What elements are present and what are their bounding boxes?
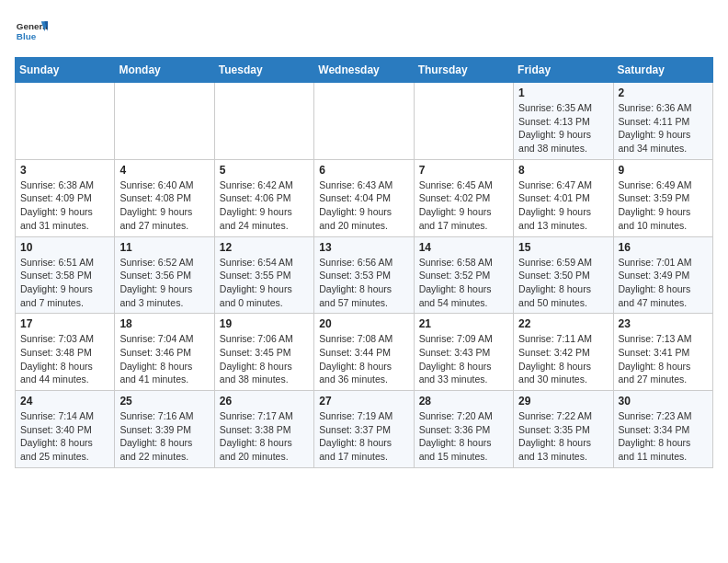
calendar-cell: 19Sunrise: 7:06 AM Sunset: 3:45 PM Dayli…: [214, 314, 313, 391]
day-number: 18: [119, 317, 209, 330]
svg-text:Blue: Blue: [17, 31, 37, 41]
day-info: Sunrise: 6:47 AM Sunset: 4:01 PM Dayligh…: [518, 178, 608, 233]
day-number: 28: [419, 395, 508, 408]
calendar-header-row: SundayMondayTuesdayWednesdayThursdayFrid…: [16, 58, 713, 83]
weekday-header: Monday: [115, 58, 214, 83]
calendar-cell: 29Sunrise: 7:22 AM Sunset: 3:35 PM Dayli…: [514, 391, 613, 468]
day-number: 29: [518, 395, 608, 408]
day-info: Sunrise: 7:11 AM Sunset: 3:42 PM Dayligh…: [518, 332, 608, 386]
day-info: Sunrise: 7:09 AM Sunset: 3:43 PM Dayligh…: [419, 332, 508, 386]
calendar-cell: [115, 83, 214, 160]
day-number: 12: [220, 241, 309, 254]
day-number: 14: [419, 241, 508, 254]
day-info: Sunrise: 7:03 AM Sunset: 3:48 PM Dayligh…: [20, 332, 109, 386]
day-number: 3: [20, 164, 109, 177]
calendar-cell: 22Sunrise: 7:11 AM Sunset: 3:42 PM Dayli…: [514, 314, 613, 391]
day-info: Sunrise: 6:59 AM Sunset: 3:50 PM Dayligh…: [518, 256, 608, 310]
day-info: Sunrise: 7:08 AM Sunset: 3:44 PM Dayligh…: [319, 332, 408, 386]
day-number: 24: [20, 395, 109, 408]
day-info: Sunrise: 7:01 AM Sunset: 3:49 PM Dayligh…: [619, 256, 708, 310]
day-info: Sunrise: 6:38 AM Sunset: 4:09 PM Dayligh…: [20, 178, 109, 233]
day-info: Sunrise: 7:23 AM Sunset: 3:34 PM Dayligh…: [619, 409, 708, 464]
day-info: Sunrise: 6:43 AM Sunset: 4:04 PM Dayligh…: [319, 178, 408, 233]
calendar-cell: 5Sunrise: 6:42 AM Sunset: 4:06 PM Daylig…: [214, 159, 313, 236]
day-number: 13: [319, 241, 408, 254]
day-info: Sunrise: 6:56 AM Sunset: 3:53 PM Dayligh…: [319, 256, 408, 310]
weekday-header: Tuesday: [214, 58, 313, 83]
day-info: Sunrise: 7:06 AM Sunset: 3:45 PM Dayligh…: [220, 332, 309, 386]
calendar-cell: 28Sunrise: 7:20 AM Sunset: 3:36 PM Dayli…: [414, 391, 513, 468]
day-info: Sunrise: 7:13 AM Sunset: 3:41 PM Dayligh…: [619, 332, 708, 386]
day-number: 26: [220, 395, 309, 408]
calendar-cell: 18Sunrise: 7:04 AM Sunset: 3:46 PM Dayli…: [115, 314, 214, 391]
calendar-cell: 10Sunrise: 6:51 AM Sunset: 3:58 PM Dayli…: [16, 236, 115, 314]
calendar-week-row: 17Sunrise: 7:03 AM Sunset: 3:48 PM Dayli…: [16, 314, 713, 391]
calendar-cell: 4Sunrise: 6:40 AM Sunset: 4:08 PM Daylig…: [115, 159, 214, 236]
day-info: Sunrise: 7:22 AM Sunset: 3:35 PM Dayligh…: [518, 409, 608, 464]
day-number: 27: [319, 395, 408, 408]
weekday-header: Friday: [514, 58, 613, 83]
day-info: Sunrise: 6:49 AM Sunset: 3:59 PM Dayligh…: [619, 178, 708, 233]
day-number: 23: [619, 317, 708, 330]
day-number: 17: [20, 317, 109, 330]
day-number: 22: [518, 317, 608, 330]
calendar-cell: 13Sunrise: 6:56 AM Sunset: 3:53 PM Dayli…: [314, 236, 414, 314]
calendar-cell: 2Sunrise: 6:36 AM Sunset: 4:11 PM Daylig…: [613, 83, 712, 160]
calendar-cell: 6Sunrise: 6:43 AM Sunset: 4:04 PM Daylig…: [314, 159, 414, 236]
day-number: 9: [619, 164, 708, 177]
calendar-cell: [414, 83, 513, 160]
day-info: Sunrise: 7:20 AM Sunset: 3:36 PM Dayligh…: [419, 409, 508, 464]
calendar-cell: [314, 83, 414, 160]
calendar-cell: [214, 83, 313, 160]
calendar-cell: 25Sunrise: 7:16 AM Sunset: 3:39 PM Dayli…: [115, 391, 214, 468]
calendar-cell: 30Sunrise: 7:23 AM Sunset: 3:34 PM Dayli…: [613, 391, 712, 468]
day-info: Sunrise: 7:17 AM Sunset: 3:38 PM Dayligh…: [220, 409, 309, 464]
calendar-cell: 17Sunrise: 7:03 AM Sunset: 3:48 PM Dayli…: [16, 314, 115, 391]
calendar-cell: 14Sunrise: 6:58 AM Sunset: 3:52 PM Dayli…: [414, 236, 513, 314]
calendar-week-row: 24Sunrise: 7:14 AM Sunset: 3:40 PM Dayli…: [16, 391, 713, 468]
day-info: Sunrise: 6:58 AM Sunset: 3:52 PM Dayligh…: [419, 256, 508, 310]
day-number: 1: [518, 86, 608, 99]
calendar-cell: 26Sunrise: 7:17 AM Sunset: 3:38 PM Dayli…: [214, 391, 313, 468]
day-number: 2: [619, 86, 708, 99]
day-info: Sunrise: 6:52 AM Sunset: 3:56 PM Dayligh…: [119, 256, 209, 310]
day-number: 7: [419, 164, 508, 177]
calendar-cell: 16Sunrise: 7:01 AM Sunset: 3:49 PM Dayli…: [613, 236, 712, 314]
day-number: 11: [119, 241, 209, 254]
weekday-header: Thursday: [414, 58, 513, 83]
calendar-cell: 15Sunrise: 6:59 AM Sunset: 3:50 PM Dayli…: [514, 236, 613, 314]
day-number: 6: [319, 164, 408, 177]
day-number: 16: [619, 241, 708, 254]
weekday-header: Wednesday: [314, 58, 414, 83]
day-number: 21: [419, 317, 508, 330]
day-info: Sunrise: 6:40 AM Sunset: 4:08 PM Dayligh…: [119, 178, 209, 233]
calendar-cell: 12Sunrise: 6:54 AM Sunset: 3:55 PM Dayli…: [214, 236, 313, 314]
calendar-cell: 11Sunrise: 6:52 AM Sunset: 3:56 PM Dayli…: [115, 236, 214, 314]
weekday-header: Saturday: [613, 58, 712, 83]
day-info: Sunrise: 6:51 AM Sunset: 3:58 PM Dayligh…: [20, 256, 109, 310]
logo: General Blue: [15, 15, 48, 48]
day-info: Sunrise: 6:36 AM Sunset: 4:11 PM Dayligh…: [619, 101, 708, 155]
day-info: Sunrise: 7:19 AM Sunset: 3:37 PM Dayligh…: [319, 409, 408, 464]
day-info: Sunrise: 7:14 AM Sunset: 3:40 PM Dayligh…: [20, 409, 109, 464]
day-number: 19: [220, 317, 309, 330]
calendar-cell: 8Sunrise: 6:47 AM Sunset: 4:01 PM Daylig…: [514, 159, 613, 236]
weekday-header: Sunday: [16, 58, 115, 83]
calendar-week-row: 10Sunrise: 6:51 AM Sunset: 3:58 PM Dayli…: [16, 236, 713, 314]
day-number: 20: [319, 317, 408, 330]
day-number: 4: [119, 164, 209, 177]
day-number: 25: [119, 395, 209, 408]
calendar-cell: [16, 83, 115, 160]
logo-icon: General Blue: [15, 15, 48, 48]
calendar-cell: 21Sunrise: 7:09 AM Sunset: 3:43 PM Dayli…: [414, 314, 513, 391]
calendar-cell: 9Sunrise: 6:49 AM Sunset: 3:59 PM Daylig…: [613, 159, 712, 236]
calendar-week-row: 3Sunrise: 6:38 AM Sunset: 4:09 PM Daylig…: [16, 159, 713, 236]
day-info: Sunrise: 6:35 AM Sunset: 4:13 PM Dayligh…: [518, 101, 608, 155]
day-info: Sunrise: 6:45 AM Sunset: 4:02 PM Dayligh…: [419, 178, 508, 233]
day-info: Sunrise: 6:42 AM Sunset: 4:06 PM Dayligh…: [220, 178, 309, 233]
day-number: 15: [518, 241, 608, 254]
calendar-table: SundayMondayTuesdayWednesdayThursdayFrid…: [15, 57, 713, 468]
day-number: 8: [518, 164, 608, 177]
calendar-cell: 27Sunrise: 7:19 AM Sunset: 3:37 PM Dayli…: [314, 391, 414, 468]
day-number: 10: [20, 241, 109, 254]
